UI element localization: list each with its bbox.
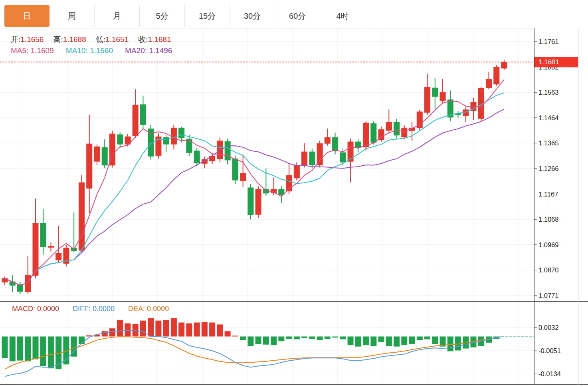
macd-bar[interactable] xyxy=(378,337,384,342)
macd-bar[interactable] xyxy=(447,337,453,351)
candle-body[interactable] xyxy=(32,223,38,276)
macd-bar[interactable] xyxy=(325,337,331,339)
tab-4hour[interactable]: 4时 xyxy=(320,5,365,27)
macd-bar[interactable] xyxy=(148,318,154,336)
candle-body[interactable] xyxy=(247,188,253,215)
macd-bar[interactable] xyxy=(140,321,146,337)
candle-body[interactable] xyxy=(317,143,323,165)
candle-body[interactable] xyxy=(370,123,376,143)
macd-bar[interactable] xyxy=(432,337,438,344)
candle-body[interactable] xyxy=(48,246,54,248)
candle-body[interactable] xyxy=(225,141,231,161)
candle-body[interactable] xyxy=(309,152,315,165)
macd-bar[interactable] xyxy=(194,323,200,337)
macd-bar[interactable] xyxy=(186,323,192,337)
candle-body[interactable] xyxy=(394,122,400,135)
macd-bar[interactable] xyxy=(309,337,315,339)
candle-body[interactable] xyxy=(240,173,246,181)
tab-60min[interactable]: 60分 xyxy=(275,5,320,27)
macd-bar[interactable] xyxy=(117,320,123,336)
candle-body[interactable] xyxy=(301,152,307,166)
macd-bar[interactable] xyxy=(370,337,376,346)
macd-bar[interactable] xyxy=(417,337,423,340)
macd-bar[interactable] xyxy=(340,337,346,339)
macd-bar[interactable] xyxy=(125,323,131,337)
tab-day[interactable]: 日 xyxy=(4,5,49,27)
candle-body[interactable] xyxy=(40,223,46,247)
candle-body[interactable] xyxy=(194,151,200,163)
macd-bar[interactable] xyxy=(178,323,184,337)
candle-body[interactable] xyxy=(440,92,446,101)
macd-bar[interactable] xyxy=(17,337,23,361)
macd-bar[interactable] xyxy=(133,324,139,337)
candle-body[interactable] xyxy=(117,135,123,145)
tab-5min[interactable]: 5分 xyxy=(140,5,185,27)
macd-bar[interactable] xyxy=(386,337,392,346)
candle-body[interactable] xyxy=(363,123,369,147)
candle-body[interactable] xyxy=(432,88,438,97)
macd-bar[interactable] xyxy=(32,337,38,359)
candle-body[interactable] xyxy=(424,87,430,113)
macd-bar[interactable] xyxy=(232,335,238,336)
candle-body[interactable] xyxy=(493,67,499,84)
macd-bar[interactable] xyxy=(348,337,354,345)
candle-body[interactable] xyxy=(386,122,392,131)
tab-week[interactable]: 周 xyxy=(49,5,95,27)
macd-bar[interactable] xyxy=(40,337,46,366)
macd-bar[interactable] xyxy=(10,337,16,361)
macd-bar[interactable] xyxy=(409,337,415,344)
candle-body[interactable] xyxy=(55,253,61,260)
macd-bar[interactable] xyxy=(209,323,215,337)
candle-body[interactable] xyxy=(178,128,184,138)
candle-body[interactable] xyxy=(294,165,300,178)
macd-bar[interactable] xyxy=(394,337,400,347)
candle-body[interactable] xyxy=(209,156,215,161)
macd-bar[interactable] xyxy=(225,331,231,336)
candle-body[interactable] xyxy=(86,144,92,189)
tab-month[interactable]: 月 xyxy=(95,5,140,27)
macd-bar[interactable] xyxy=(155,321,161,337)
candle-body[interactable] xyxy=(332,137,338,151)
candle-body[interactable] xyxy=(102,147,108,166)
macd-bar[interactable] xyxy=(217,324,223,336)
macd-bar[interactable] xyxy=(171,318,177,336)
candle-body[interactable] xyxy=(255,189,261,215)
macd-bar[interactable] xyxy=(301,337,307,338)
macd-bar[interactable] xyxy=(2,337,8,358)
tab-30min[interactable]: 30分 xyxy=(230,5,275,27)
macd-bar[interactable] xyxy=(363,337,369,345)
macd-bar[interactable] xyxy=(240,337,246,340)
macd-bar[interactable] xyxy=(25,337,31,361)
candle-body[interactable] xyxy=(79,183,85,251)
macd-bar[interactable] xyxy=(401,337,407,345)
candle-body[interactable] xyxy=(271,189,277,193)
macd-bar[interactable] xyxy=(355,337,361,347)
macd-bar[interactable] xyxy=(424,337,430,339)
macd-bar[interactable] xyxy=(102,331,108,336)
candle-body[interactable] xyxy=(501,62,507,68)
candle-body[interactable] xyxy=(186,139,192,153)
chart-canvas[interactable]: 1.17611.16621.15631.14641.13651.12661.11… xyxy=(0,0,588,387)
macd-bar[interactable] xyxy=(163,320,169,336)
macd-bar[interactable] xyxy=(263,337,269,345)
tab-15min[interactable]: 15分 xyxy=(185,5,230,27)
candle-body[interactable] xyxy=(325,137,331,144)
candle-body[interactable] xyxy=(140,104,146,125)
macd-bar[interactable] xyxy=(294,337,300,339)
macd-bar[interactable] xyxy=(247,337,253,346)
macd-bar[interactable] xyxy=(48,337,54,369)
candle-body[interactable] xyxy=(401,128,407,137)
candle-body[interactable] xyxy=(486,79,492,88)
macd-bar[interactable] xyxy=(255,337,261,344)
macd-bar[interactable] xyxy=(278,337,284,341)
macd-bar[interactable] xyxy=(271,337,277,345)
candle-body[interactable] xyxy=(340,153,346,163)
candle-body[interactable] xyxy=(133,105,139,136)
candle-body[interactable] xyxy=(232,159,238,181)
candle-body[interactable] xyxy=(163,137,169,145)
macd-bar[interactable] xyxy=(202,322,208,337)
macd-bar[interactable] xyxy=(286,337,292,339)
candle-body[interactable] xyxy=(217,141,223,159)
candle-body[interactable] xyxy=(94,147,100,162)
macd-bar[interactable] xyxy=(317,337,323,340)
